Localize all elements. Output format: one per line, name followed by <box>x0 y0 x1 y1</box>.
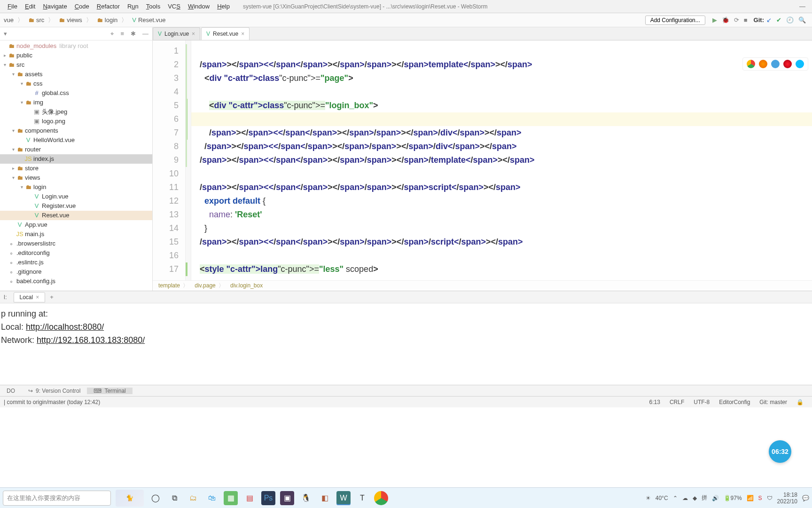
weather-icon[interactable]: ☀ <box>646 495 651 501</box>
code-line[interactable]: /span>></span><</span</span>></span>/spa… <box>200 126 812 140</box>
menu-vcs[interactable]: VCS <box>164 3 184 10</box>
tree-node[interactable]: VApp.vue <box>0 220 152 230</box>
code-line[interactable]: export default { <box>200 194 812 208</box>
git-update-icon[interactable]: ↙ <box>766 16 772 24</box>
code-content[interactable]: /span>></span><</span</span>></span>/spa… <box>191 40 812 280</box>
run-with-coverage-icon[interactable]: ⟳ <box>734 16 739 24</box>
code-editor[interactable]: 1234567891011121314151617 /span>></span>… <box>153 40 812 280</box>
ime-icon[interactable]: 拼 <box>702 494 707 502</box>
tree-node[interactable]: JSmain.js <box>0 230 152 239</box>
tree-node[interactable]: ▾🖿login <box>0 183 152 192</box>
menu-edit[interactable]: Edit <box>21 3 39 10</box>
minimize-icon[interactable]: — <box>799 3 805 10</box>
breadcrumb-item[interactable]: 🖿src〉 <box>28 16 54 24</box>
code-line[interactable]: <div "c-attr">class"c-punc">="page"> <box>200 71 812 85</box>
tree-node[interactable]: ▾🖿router <box>0 145 152 154</box>
tree-node[interactable]: 🖿node_moduleslibrary root <box>0 41 152 51</box>
code-line[interactable]: /span>></span><</span</span>></span>/spa… <box>200 181 812 194</box>
code-line[interactable]: /span>></span><</span</span>></span>/spa… <box>200 235 812 249</box>
todo-tab[interactable]: DO <box>0 388 22 394</box>
taskbar-clock[interactable]: 18:18 2022/10 <box>777 492 797 505</box>
menu-run[interactable]: Run <box>124 3 142 10</box>
terminal-tab[interactable]: Local× <box>14 292 46 302</box>
chrome-taskbar-icon[interactable] <box>374 491 388 505</box>
tree-node[interactable]: ▾🖿img <box>0 98 152 107</box>
cortana-image[interactable]: 🐈 <box>116 490 144 507</box>
code-line[interactable]: /span>></span><</span</span>></span>/spa… <box>200 140 812 153</box>
add-configuration-button[interactable]: Add Configuration... <box>645 16 705 25</box>
app-icon[interactable]: ▦ <box>224 491 238 505</box>
code-line[interactable] <box>200 112 812 126</box>
editor-tab[interactable]: VReset.vue× <box>201 27 250 40</box>
version-control-tab[interactable]: ↪ 9: Version Control <box>22 388 87 394</box>
code-line[interactable] <box>200 85 812 99</box>
code-line[interactable] <box>200 249 812 262</box>
terminal-link[interactable]: http://192.168.103.183:8080/ <box>37 335 145 345</box>
menu-window[interactable]: Window <box>184 3 213 10</box>
debug-icon[interactable]: 🐞 <box>722 16 729 24</box>
tree-node[interactable]: VLogin.vue <box>0 192 152 201</box>
tree-node[interactable]: VRegister.vue <box>0 201 152 211</box>
tree-node[interactable]: ▣头像.jpeg <box>0 107 152 117</box>
task-view-icon[interactable]: ◯ <box>148 491 163 505</box>
file-encoding[interactable]: UTF-8 <box>694 399 710 405</box>
cursor-position[interactable]: 6:13 <box>649 399 660 405</box>
qq-icon[interactable]: 🐧 <box>299 491 313 505</box>
breadcrumb-item[interactable]: 🖿views〉 <box>59 16 92 24</box>
explorer-icon[interactable]: 🗂 <box>186 491 200 505</box>
terminal-tab[interactable]: ⌨ Terminal <box>87 388 132 394</box>
breadcrumb-item[interactable]: vue〉 <box>4 16 23 24</box>
close-icon[interactable]: × <box>241 31 244 37</box>
tree-node[interactable]: ∘.browserslistrc <box>0 239 152 248</box>
menu-help[interactable]: Help <box>213 3 234 10</box>
ms-store-icon[interactable]: 🛍 <box>205 491 219 505</box>
tree-node[interactable]: ∘.eslintrc.js <box>0 258 152 267</box>
typora-icon[interactable]: T <box>355 491 369 505</box>
code-line[interactable] <box>200 44 812 58</box>
breadcrumb-item[interactable]: 🖿login〉 <box>97 16 127 24</box>
tray-chevron-icon[interactable]: ⌃ <box>673 495 678 501</box>
tree-node[interactable]: VHelloWorld.vue <box>0 135 152 145</box>
close-icon[interactable]: × <box>36 294 39 301</box>
code-line[interactable]: <div "c-attr">class"c-punc">="login_box"… <box>200 99 812 112</box>
search-everywhere-icon[interactable]: 🔍 <box>798 16 806 24</box>
weather-temp[interactable]: 40°C <box>656 495 668 501</box>
menu-navigate[interactable]: Navigate <box>39 3 70 10</box>
code-line[interactable]: /span>></span><</span</span>></span>/spa… <box>200 58 812 71</box>
code-line[interactable]: name: 'Reset' <box>200 208 812 222</box>
tray-app-icon[interactable]: 🛡 <box>767 495 773 501</box>
tree-node[interactable]: ▾🖿css <box>0 79 152 88</box>
terminal-link[interactable]: http://localhost:8080/ <box>26 322 104 332</box>
app-icon[interactable]: ▤ <box>242 491 257 505</box>
git-branch[interactable]: Git: master <box>759 399 787 405</box>
editorconfig-indicator[interactable]: EditorConfig <box>719 399 750 405</box>
tree-node[interactable]: JSindex.js <box>0 154 152 164</box>
editor-tab[interactable]: VLogin.vue× <box>153 27 200 40</box>
notifications-icon[interactable]: 💬 <box>802 495 809 501</box>
volume-icon[interactable]: 🔊 <box>712 495 719 501</box>
tree-node[interactable]: ▣logo.png <box>0 117 152 126</box>
close-icon[interactable]: × <box>192 31 195 37</box>
tree-node[interactable]: ∘babel.config.js <box>0 277 152 286</box>
tree-node[interactable]: ▸🖿public <box>0 51 152 60</box>
git-history-icon[interactable]: 🕘 <box>786 16 794 24</box>
menu-code[interactable]: Code <box>71 3 93 10</box>
tree-node[interactable]: ∘.editorconfig <box>0 248 152 258</box>
add-terminal-icon[interactable]: + <box>50 294 54 301</box>
terminal-output[interactable]: p running at: Local: http://localhost:80… <box>0 303 812 385</box>
tree-node[interactable]: VReset.vue <box>0 211 152 220</box>
battery-icon[interactable]: 🔋97% <box>724 495 742 501</box>
tree-node[interactable]: ▾🖿assets <box>0 70 152 79</box>
breadcrumb-item[interactable]: VReset.vue <box>132 16 165 24</box>
collapse-icon[interactable]: — <box>142 30 148 37</box>
menu-file[interactable]: FFileile <box>4 3 21 10</box>
task-switcher-icon[interactable]: ⧉ <box>167 491 181 505</box>
project-tree[interactable]: 🖿node_moduleslibrary root▸🖿public▾🖿src▾🖿… <box>0 40 152 291</box>
onedrive-icon[interactable]: ☁ <box>682 495 688 501</box>
locate-icon[interactable]: ⌖ <box>110 30 114 38</box>
menu-tools[interactable]: Tools <box>142 3 164 10</box>
code-line[interactable]: } <box>200 222 812 235</box>
code-breadcrumb[interactable]: template〉 div.page〉 div.login_box <box>153 280 812 291</box>
git-commit-icon[interactable]: ✔ <box>776 16 781 24</box>
tree-node[interactable]: ▸🖿store <box>0 164 152 173</box>
